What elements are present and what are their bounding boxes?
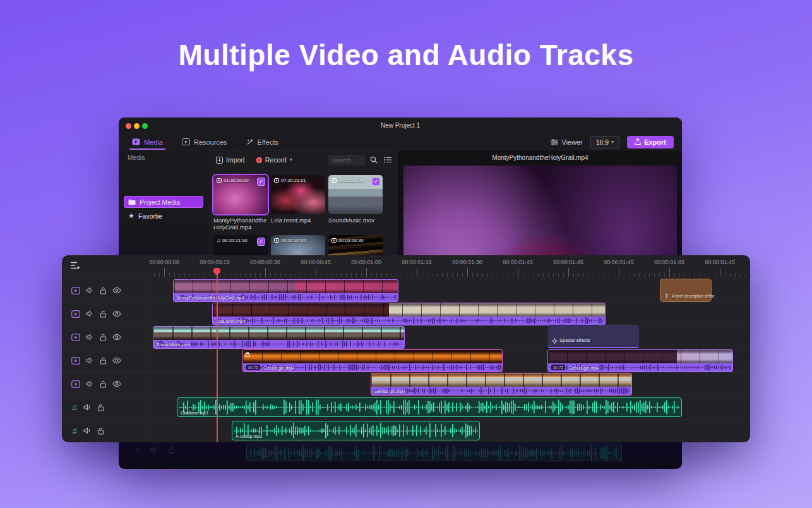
speaker-icon[interactable] <box>86 356 94 365</box>
window-titlebar: New Project 1 <box>119 118 682 134</box>
dim-audio-clip <box>246 444 622 461</box>
main-tabbar: Media Resources Effects Viewer 16:9 ▾ Ex… <box>119 134 682 150</box>
chevron-down-icon: ▾ <box>611 140 614 145</box>
record-button[interactable]: Record ▾ <box>256 156 292 164</box>
star-icon: ★ <box>128 212 134 219</box>
resources-icon <box>182 138 190 145</box>
media-thumb-lola[interactable]: 07:20:21:01 <box>271 175 325 214</box>
clip-label: MontyPythonandtheHolyGrail.mp4 <box>177 296 244 300</box>
search-button[interactable] <box>370 156 378 164</box>
video-track-icon <box>71 310 80 318</box>
media-thumb-name: SoundMusic.mov <box>328 217 384 224</box>
sidebar-item-project-media[interactable]: Project Media <box>124 196 203 208</box>
tab-media[interactable]: Media <box>129 134 165 150</box>
track-header-audio-2: ♫ <box>62 419 152 442</box>
track-header-video-3 <box>62 325 152 349</box>
timeline-clip-special-effects[interactable]: Special effects <box>548 325 639 348</box>
filmstrip <box>153 327 404 340</box>
eye-icon[interactable] <box>112 310 121 317</box>
speaker-icon <box>150 446 158 454</box>
speaker-icon[interactable] <box>86 333 94 341</box>
eye-icon[interactable] <box>112 334 121 341</box>
speaker-icon[interactable] <box>83 403 92 411</box>
eye-icon[interactable] <box>112 357 121 364</box>
track-header-video-1 <box>62 279 152 302</box>
sidebar-header: Media <box>128 154 145 161</box>
export-button[interactable]: Export <box>627 136 674 148</box>
list-view-icon <box>384 157 391 163</box>
tab-effects[interactable]: Effects <box>244 134 281 150</box>
tab-resources-label: Resources <box>194 138 227 146</box>
playhead-line <box>217 274 218 442</box>
ruler-label: 00:00:00:45 <box>301 259 331 265</box>
import-label: Import <box>226 156 245 164</box>
lock-open-icon[interactable] <box>100 334 107 341</box>
add-track-button[interactable] <box>70 261 80 270</box>
timeline-clip-text[interactable]: T A brief description of the <box>660 279 712 302</box>
filmstrip <box>174 280 398 293</box>
clip-label: A brief description of the <box>672 294 715 298</box>
timeline-clip-montypython[interactable]: MontyPythonandtheHolyGrail.mp4 <box>174 280 398 301</box>
ruler-label: 00:00:00:00 <box>149 259 179 265</box>
media-icon <box>132 138 140 145</box>
checkbox-checked[interactable]: ✓ <box>372 178 380 186</box>
music-note-icon: ♫ <box>134 446 140 454</box>
lock-open-icon[interactable] <box>100 287 107 294</box>
list-view-button[interactable] <box>384 157 391 163</box>
video-clip-icon <box>331 178 337 183</box>
aspect-ratio-select[interactable]: 16:9 ▾ <box>590 136 619 148</box>
timeline-clip-genius-girl-1[interactable]: x0.75 Genius girl.mp4 <box>243 350 502 372</box>
tab-resources[interactable]: Resources <box>179 134 230 150</box>
sparkle-icon <box>552 338 558 344</box>
clip-audio-strip <box>153 340 404 348</box>
checkbox-checked[interactable]: ✓ <box>257 238 265 246</box>
search-box[interactable] <box>328 155 365 166</box>
lock-open-icon[interactable] <box>100 357 107 365</box>
lock-open-icon <box>168 446 175 454</box>
media-thumb-name: MontyPythonandtheHolyGrail.mp4 <box>213 217 269 231</box>
timeline-clip-soundmusic[interactable]: SoundMusic.mov <box>153 327 404 348</box>
timeline-clip-agroup[interactable]: A-Group.mp3 <box>232 421 480 440</box>
speaker-icon[interactable] <box>86 310 94 318</box>
clip-audio-strip <box>371 387 631 395</box>
media-thumb-soundmusic[interactable]: 00:00:30:00 ✓ <box>328 175 383 214</box>
timeline-clip-lola[interactable]: Lola rennt.mp4 <box>213 303 605 325</box>
export-icon <box>635 138 641 145</box>
filmstrip <box>371 373 631 387</box>
ruler-label: 00:00:01:45 <box>503 259 533 265</box>
import-icon <box>216 157 223 164</box>
speaker-icon[interactable] <box>83 426 92 435</box>
speed-badge: x0.75 <box>551 365 565 370</box>
media-thumb-name: Lola rennt.mp4 <box>271 217 326 224</box>
video-track-icon <box>71 380 80 388</box>
checkbox-checked[interactable]: ✓ <box>257 178 265 186</box>
search-input[interactable] <box>332 157 361 164</box>
media-toolbar: Import Record ▾ <box>209 150 398 169</box>
effects-icon <box>246 138 254 145</box>
track-header-video-4 <box>62 349 152 372</box>
audio-waveform <box>233 422 479 439</box>
media-thumb-montypython[interactable]: 01:30:00:00 ✓ <box>213 175 268 214</box>
eye-icon[interactable] <box>112 287 121 294</box>
timeline-ruler[interactable]: 00:00:00:00 00:00:00:15 00:00:00:30 00:0… <box>62 255 750 279</box>
record-label: Record <box>265 156 287 164</box>
sidebar-item-favorite[interactable]: ★ Favortie <box>124 210 203 222</box>
timeline-clip-genius-girl-3[interactable]: Genius girl.mp4 <box>371 373 631 395</box>
track-header-divider <box>152 279 152 442</box>
timeline-clip-genius-girl-2[interactable]: x0.75 Genius girl.mp4 <box>548 350 732 372</box>
lock-open-icon[interactable] <box>97 427 104 435</box>
viewer-button[interactable]: Viewer <box>551 138 582 146</box>
track-header-video-2 <box>62 302 152 325</box>
lock-open-icon[interactable] <box>100 380 107 388</box>
sidebar-item-label: Project Media <box>140 198 180 206</box>
eye-icon[interactable] <box>112 380 121 387</box>
speaker-icon[interactable] <box>86 286 94 294</box>
speaker-icon[interactable] <box>86 380 94 388</box>
import-button[interactable]: Import <box>216 156 245 164</box>
lock-open-icon[interactable] <box>100 310 107 318</box>
video-clip-icon <box>217 178 222 183</box>
lock-open-icon[interactable] <box>97 404 104 411</box>
timeline-clip-gladiator[interactable]: Gladiator.mp3 <box>177 397 682 417</box>
music-note-icon: ♫ <box>217 238 220 243</box>
ruler-label: 00:00:01:45 <box>654 259 684 265</box>
